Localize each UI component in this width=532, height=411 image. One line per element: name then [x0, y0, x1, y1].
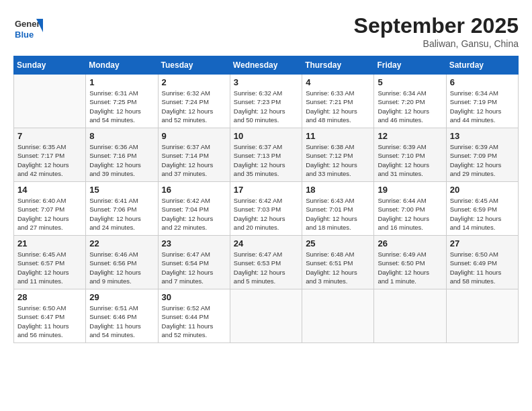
day-number: 5 — [378, 77, 442, 87]
calendar-cell: 23Sunrise: 6:47 AMSunset: 6:54 PMDayligh… — [158, 236, 230, 289]
calendar-week-row: 7Sunrise: 6:35 AMSunset: 7:17 PMDaylight… — [14, 128, 519, 182]
day-number: 29 — [89, 292, 154, 302]
svg-text:Blue: Blue — [15, 30, 34, 40]
calendar-cell: 15Sunrise: 6:41 AMSunset: 7:06 PMDayligh… — [86, 182, 158, 236]
day-info: Sunrise: 6:39 AMSunset: 7:09 PMDaylight:… — [450, 142, 515, 178]
day-number: 25 — [306, 238, 370, 248]
day-number: 27 — [450, 238, 515, 248]
day-number: 23 — [162, 238, 226, 248]
day-number: 10 — [234, 131, 298, 141]
day-info: Sunrise: 6:52 AMSunset: 6:44 PMDaylight:… — [162, 304, 226, 339]
day-number: 8 — [89, 131, 154, 141]
calendar-cell: 28Sunrise: 6:50 AMSunset: 6:47 PMDayligh… — [14, 289, 86, 343]
day-info: Sunrise: 6:39 AMSunset: 7:10 PMDaylight:… — [378, 142, 442, 178]
day-info: Sunrise: 6:32 AMSunset: 7:23 PMDaylight:… — [234, 89, 298, 124]
calendar-cell: 10Sunrise: 6:37 AMSunset: 7:13 PMDayligh… — [230, 128, 302, 182]
calendar-cell: 5Sunrise: 6:34 AMSunset: 7:20 PMDaylight… — [374, 75, 446, 128]
day-info: Sunrise: 6:46 AMSunset: 6:56 PMDaylight:… — [89, 250, 154, 285]
day-info: Sunrise: 6:43 AMSunset: 7:01 PMDaylight:… — [306, 196, 370, 232]
day-info: Sunrise: 6:42 AMSunset: 7:04 PMDaylight:… — [162, 196, 226, 232]
day-number: 18 — [306, 185, 370, 195]
day-info: Sunrise: 6:45 AMSunset: 6:59 PMDaylight:… — [450, 196, 515, 232]
day-number: 19 — [378, 185, 442, 195]
day-number: 28 — [17, 292, 82, 302]
page-header: General Blue September 2025 Baliwan, Gan… — [13, 13, 519, 49]
calendar-cell: 18Sunrise: 6:43 AMSunset: 7:01 PMDayligh… — [302, 182, 374, 236]
calendar-header-row: SundayMondayTuesdayWednesdayThursdayFrid… — [14, 56, 519, 75]
day-info: Sunrise: 6:42 AMSunset: 7:03 PMDaylight:… — [234, 196, 298, 232]
day-info: Sunrise: 6:34 AMSunset: 7:19 PMDaylight:… — [450, 89, 515, 124]
calendar-body: 1Sunrise: 6:31 AMSunset: 7:25 PMDaylight… — [14, 75, 519, 343]
calendar-week-row: 14Sunrise: 6:40 AMSunset: 7:07 PMDayligh… — [14, 182, 519, 236]
calendar-cell: 25Sunrise: 6:48 AMSunset: 6:51 PMDayligh… — [302, 236, 374, 289]
day-info: Sunrise: 6:37 AMSunset: 7:13 PMDaylight:… — [234, 142, 298, 178]
day-number: 26 — [378, 238, 442, 248]
calendar-cell: 21Sunrise: 6:45 AMSunset: 6:57 PMDayligh… — [14, 236, 86, 289]
calendar-cell: 1Sunrise: 6:31 AMSunset: 7:25 PMDaylight… — [86, 75, 158, 128]
calendar-cell — [374, 289, 446, 343]
month-title: September 2025 — [354, 13, 519, 38]
day-number: 30 — [162, 292, 226, 302]
calendar-header-sunday: Sunday — [14, 56, 86, 75]
day-info: Sunrise: 6:45 AMSunset: 6:57 PMDaylight:… — [17, 250, 82, 285]
calendar-cell: 2Sunrise: 6:32 AMSunset: 7:24 PMDaylight… — [158, 75, 230, 128]
calendar-header-saturday: Saturday — [446, 56, 518, 75]
day-info: Sunrise: 6:50 AMSunset: 6:47 PMDaylight:… — [17, 304, 82, 339]
calendar-cell: 13Sunrise: 6:39 AMSunset: 7:09 PMDayligh… — [446, 128, 518, 182]
day-info: Sunrise: 6:37 AMSunset: 7:14 PMDaylight:… — [162, 142, 226, 178]
title-area: September 2025 Baliwan, Gansu, China — [354, 13, 519, 49]
day-info: Sunrise: 6:47 AMSunset: 6:53 PMDaylight:… — [234, 250, 298, 285]
calendar-cell: 4Sunrise: 6:33 AMSunset: 7:21 PMDaylight… — [302, 75, 374, 128]
day-info: Sunrise: 6:36 AMSunset: 7:16 PMDaylight:… — [89, 142, 154, 178]
calendar-header-tuesday: Tuesday — [158, 56, 230, 75]
day-number: 11 — [306, 131, 370, 141]
day-info: Sunrise: 6:49 AMSunset: 6:50 PMDaylight:… — [378, 250, 442, 285]
calendar-cell: 29Sunrise: 6:51 AMSunset: 6:46 PMDayligh… — [86, 289, 158, 343]
day-number: 12 — [378, 131, 442, 141]
calendar-cell: 8Sunrise: 6:36 AMSunset: 7:16 PMDaylight… — [86, 128, 158, 182]
day-number: 4 — [306, 77, 370, 87]
calendar-header-thursday: Thursday — [302, 56, 374, 75]
day-number: 17 — [234, 185, 298, 195]
day-number: 20 — [450, 185, 515, 195]
day-info: Sunrise: 6:41 AMSunset: 7:06 PMDaylight:… — [89, 196, 154, 232]
logo: General Blue — [13, 13, 46, 43]
calendar-cell: 11Sunrise: 6:38 AMSunset: 7:12 PMDayligh… — [302, 128, 374, 182]
calendar-header-friday: Friday — [374, 56, 446, 75]
calendar-cell: 6Sunrise: 6:34 AMSunset: 7:19 PMDaylight… — [446, 75, 518, 128]
day-info: Sunrise: 6:35 AMSunset: 7:17 PMDaylight:… — [17, 142, 82, 178]
calendar-cell — [302, 289, 374, 343]
day-number: 9 — [162, 131, 226, 141]
day-info: Sunrise: 6:31 AMSunset: 7:25 PMDaylight:… — [89, 89, 154, 124]
day-info: Sunrise: 6:51 AMSunset: 6:46 PMDaylight:… — [89, 304, 154, 339]
calendar-cell: 16Sunrise: 6:42 AMSunset: 7:04 PMDayligh… — [158, 182, 230, 236]
calendar-cell: 9Sunrise: 6:37 AMSunset: 7:14 PMDaylight… — [158, 128, 230, 182]
day-info: Sunrise: 6:44 AMSunset: 7:00 PMDaylight:… — [378, 196, 442, 232]
day-number: 6 — [450, 77, 515, 87]
calendar-table: SundayMondayTuesdayWednesdayThursdayFrid… — [13, 56, 519, 343]
calendar-cell: 27Sunrise: 6:50 AMSunset: 6:49 PMDayligh… — [446, 236, 518, 289]
day-info: Sunrise: 6:47 AMSunset: 6:54 PMDaylight:… — [162, 250, 226, 285]
calendar-cell — [14, 75, 86, 128]
calendar-cell — [230, 289, 302, 343]
day-number: 2 — [162, 77, 226, 87]
day-number: 22 — [89, 238, 154, 248]
calendar-cell: 24Sunrise: 6:47 AMSunset: 6:53 PMDayligh… — [230, 236, 302, 289]
calendar-cell: 26Sunrise: 6:49 AMSunset: 6:50 PMDayligh… — [374, 236, 446, 289]
day-number: 7 — [17, 131, 82, 141]
day-number: 13 — [450, 131, 515, 141]
day-info: Sunrise: 6:38 AMSunset: 7:12 PMDaylight:… — [306, 142, 370, 178]
calendar-cell: 14Sunrise: 6:40 AMSunset: 7:07 PMDayligh… — [14, 182, 86, 236]
calendar-cell: 3Sunrise: 6:32 AMSunset: 7:23 PMDaylight… — [230, 75, 302, 128]
day-info: Sunrise: 6:40 AMSunset: 7:07 PMDaylight:… — [17, 196, 82, 232]
calendar-cell: 30Sunrise: 6:52 AMSunset: 6:44 PMDayligh… — [158, 289, 230, 343]
day-number: 21 — [17, 238, 82, 248]
day-info: Sunrise: 6:50 AMSunset: 6:49 PMDaylight:… — [450, 250, 515, 285]
calendar-week-row: 1Sunrise: 6:31 AMSunset: 7:25 PMDaylight… — [14, 75, 519, 128]
calendar-cell: 20Sunrise: 6:45 AMSunset: 6:59 PMDayligh… — [446, 182, 518, 236]
calendar-cell — [446, 289, 518, 343]
calendar-header-monday: Monday — [86, 56, 158, 75]
day-number: 1 — [89, 77, 154, 87]
day-info: Sunrise: 6:32 AMSunset: 7:24 PMDaylight:… — [162, 89, 226, 124]
day-info: Sunrise: 6:48 AMSunset: 6:51 PMDaylight:… — [306, 250, 370, 285]
